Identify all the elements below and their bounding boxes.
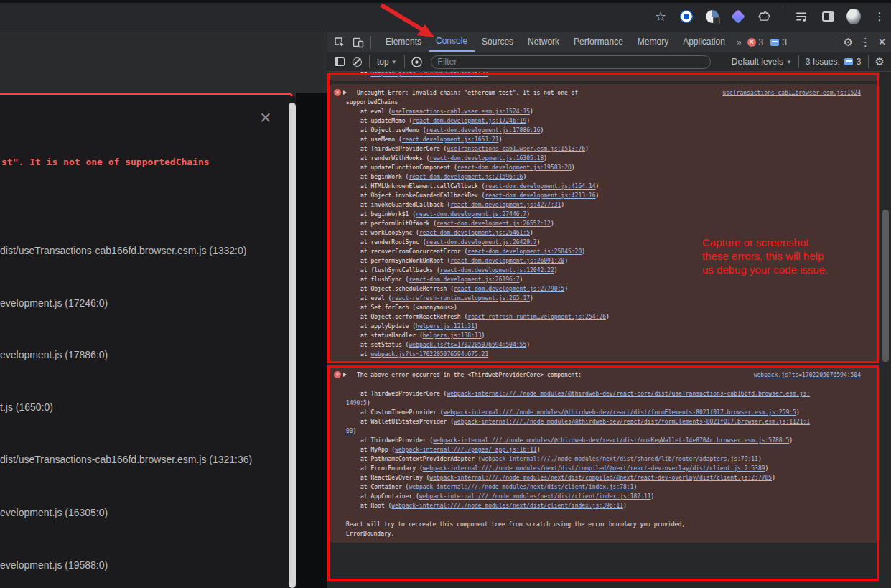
source-link[interactable]: react-dom.development.js:4213:16 xyxy=(485,192,595,199)
source-link[interactable]: webpack.js?ts=1702205076594:675:21 xyxy=(370,72,488,77)
console-error-message-1: ✕ Uncaught Error: Invalid chain: "ethere… xyxy=(330,84,880,363)
devtools-menu-kebab-icon[interactable]: ⋮ xyxy=(860,36,871,49)
tab-application[interactable]: Application xyxy=(676,32,732,52)
source-link[interactable]: react-dom.development.js:26461:5 xyxy=(419,230,530,236)
stack-frame: at eval (useTransactions-cab1…wser.esm.j… xyxy=(346,107,861,116)
console-settings-gear-icon[interactable]: ⚙ xyxy=(875,55,885,68)
media-controls-icon[interactable] xyxy=(795,9,809,24)
source-link[interactable]: react-refresh-runtim…velopment.js:254:26 xyxy=(467,314,606,320)
stack-frame: at HTMLUnknownElement.callCallback (reac… xyxy=(346,182,861,191)
source-link[interactable]: react-dom.development.js:4164:14 xyxy=(485,183,595,190)
issues-label[interactable]: 3 Issues: xyxy=(806,57,840,67)
source-link[interactable]: webpack-internal:///./node_modules/next/… xyxy=(423,465,765,472)
source-link[interactable]: react-dom.development.js:4277:31 xyxy=(450,202,561,208)
issues-count: 3 xyxy=(857,57,862,67)
stack-frame: at Object.invokeGuardedCallbackDev (reac… xyxy=(346,191,861,200)
source-link[interactable]: react-dom.development.js:26091:20 xyxy=(450,258,564,264)
source-link[interactable]: webpack-internal:///./node_modules/@thir… xyxy=(346,391,810,406)
more-tabs-icon[interactable]: » xyxy=(737,37,740,47)
overlay-stack-frame: evelopment.js (17886:0) xyxy=(0,349,108,360)
console-scrollbar[interactable] xyxy=(882,210,889,362)
source-link[interactable]: webpack-internal:///./node_modules/@thir… xyxy=(346,419,810,434)
issues-bubble-icon xyxy=(844,58,853,65)
source-link[interactable]: react-dom.development.js:17886:16 xyxy=(426,127,541,134)
stack-frame: at CustomThemeProvider (webpack-internal… xyxy=(346,408,813,417)
source-link[interactable]: react-dom.development.js:21596:16 xyxy=(409,174,523,180)
tab-performance[interactable]: Performance xyxy=(566,32,630,52)
overlay-scrollbar[interactable] xyxy=(289,103,296,588)
source-link[interactable]: react-dom.development.js:27446:7 xyxy=(416,211,526,218)
overlay-stack-frame: dist/useTransactions-cab166fd.browser.es… xyxy=(0,454,252,465)
source-link[interactable]: react-dom.development.js:26552:12 xyxy=(437,220,551,227)
stack-frame: at WalletUIStatesProvider (webpack-inter… xyxy=(346,417,813,436)
side-panel-icon[interactable] xyxy=(821,9,835,24)
close-icon[interactable]: × xyxy=(260,111,271,125)
source-link[interactable]: react-dom.development.js:27790:5 xyxy=(454,286,564,292)
source-link[interactable]: webpack-internal:///./node_modules/@thir… xyxy=(444,409,796,416)
source-link[interactable]: webpack.js?ts=1702205076594:504:55 xyxy=(409,342,526,348)
source-link[interactable]: react-dom.development.js:26429:7 xyxy=(426,239,537,246)
source-link[interactable]: react-dom.development.js:25845:20 xyxy=(467,248,582,255)
console-sidebar-icon[interactable] xyxy=(333,55,346,68)
console-filter-input[interactable] xyxy=(431,55,711,69)
error-icon: ✕ xyxy=(334,89,341,96)
profile-avatar[interactable] xyxy=(846,9,861,24)
devtools-panel: ElementsConsoleSourcesNetworkPerformance… xyxy=(327,32,891,588)
nextjs-error-overlay: × st". It is not one of supportedChains … xyxy=(0,93,296,588)
error-badge-icon[interactable]: ✕ xyxy=(747,38,756,47)
bookmark-star-icon[interactable]: ☆ xyxy=(653,9,668,24)
source-link[interactable]: webpack-internal:///./node_modules/next/… xyxy=(409,484,633,490)
tab-network[interactable]: Network xyxy=(521,32,566,52)
overlay-stack-frame: dist/useTransactions-cab166fd.browser.es… xyxy=(0,245,246,256)
default-levels-dropdown[interactable]: Default levels xyxy=(732,57,783,67)
clear-console-icon[interactable] xyxy=(350,55,363,68)
source-link[interactable]: webpack-internal:///./node_modules/next/… xyxy=(419,493,651,500)
source-link[interactable]: react-refresh-runtim…velopment.js:265:17 xyxy=(391,295,530,302)
source-link[interactable]: webpack-internal:///./node_modules/next/… xyxy=(429,475,772,481)
inspect-element-icon[interactable] xyxy=(333,36,346,49)
expand-triangle-icon[interactable] xyxy=(343,90,347,95)
extension-clock-icon[interactable] xyxy=(705,9,719,24)
overlay-stack-frame: evelopment.js (16305:0) xyxy=(0,507,108,518)
context-selector[interactable]: top xyxy=(377,57,389,67)
error-message-text: The above error occurred in the <Thirdwe… xyxy=(346,370,662,380)
device-toolbar-icon[interactable] xyxy=(352,36,365,49)
page-dim-area xyxy=(296,93,327,588)
source-link[interactable]: react-dom.development.js:16305:18 xyxy=(429,155,544,162)
browser-menu-kebab-icon[interactable]: ⋮ xyxy=(872,9,887,24)
expand-triangle-icon[interactable] xyxy=(343,373,347,377)
extension-diamond-icon[interactable] xyxy=(731,9,745,24)
source-link[interactable]: react.development.js:1651:21 xyxy=(402,136,499,143)
source-link[interactable]: react-dom.development.js:26196:7 xyxy=(409,276,519,283)
source-link[interactable]: react-dom.development.js:19583:20 xyxy=(457,164,572,171)
devtools-close-icon[interactable]: ✕ xyxy=(878,37,886,47)
source-link[interactable]: react-dom.development.js:17246:19 xyxy=(412,118,526,124)
live-expression-eye-icon[interactable] xyxy=(411,55,424,68)
stack-frame: at useMemo (react.development.js:1651:21… xyxy=(346,135,861,144)
source-link[interactable]: helpers.js:121:31 xyxy=(416,323,475,330)
source-link[interactable]: webpack.js?ts=1702205076594:504 xyxy=(754,370,861,380)
source-link[interactable]: useTransactions-cab1…wser.esm.js:1524:15 xyxy=(391,108,530,115)
tab-memory[interactable]: Memory xyxy=(630,32,676,52)
toolbar-divider xyxy=(868,55,869,68)
source-link[interactable]: webpack.js?ts=1702205076594:675:21 xyxy=(370,351,488,358)
stack-frame: at ThirdwebProviderCore (webpack-interna… xyxy=(346,389,813,408)
tab-sources[interactable]: Sources xyxy=(475,32,521,52)
overlay-stack-frame: evelopment.js (19588:0) xyxy=(0,559,108,571)
source-link[interactable]: webpack-internal:///./node_modules/next/… xyxy=(391,503,623,509)
console-log-area: at webpack.js?ts=1702205076594:675:21 ✕ … xyxy=(327,72,891,588)
settings-gear-icon[interactable]: ⚙ xyxy=(844,36,853,49)
toolbar-divider xyxy=(783,10,783,23)
annotation-note-line: these errors, this will help xyxy=(702,249,828,263)
issues-bubble-icon[interactable] xyxy=(770,39,779,46)
source-link[interactable]: useTransactions-cab1…browser.esm.js:1524 xyxy=(722,88,861,98)
source-link[interactable]: react-dom.development.js:12042:22 xyxy=(440,267,554,274)
overlay-stack-frame: evelopment.js (17246:0) xyxy=(0,297,108,309)
source-link[interactable]: webpack-internal:///./node_modules/@thir… xyxy=(433,437,789,444)
source-link[interactable]: useTransactions-cab1…wser.esm.js:1513:76 xyxy=(447,146,585,152)
source-link[interactable]: helpers.js:138:13 xyxy=(423,332,482,339)
extension-blue-icon[interactable] xyxy=(679,9,694,24)
extensions-puzzle-icon[interactable] xyxy=(757,9,771,24)
source-link[interactable]: webpack-internal:///./pages/_app.js:16:1… xyxy=(395,447,536,453)
source-link[interactable]: webpack-internal:///./node_modules/next/… xyxy=(482,456,758,462)
